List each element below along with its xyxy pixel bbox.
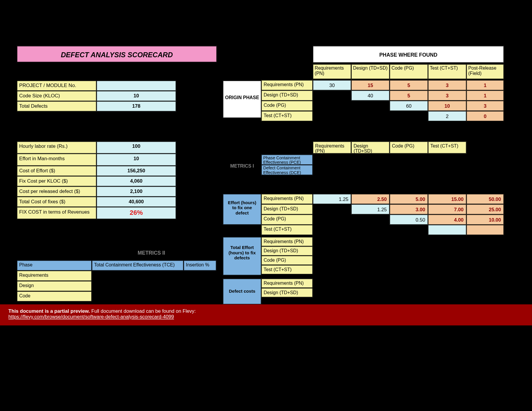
row-label: Requirements (PN) <box>261 80 313 90</box>
effort-cell <box>466 225 504 235</box>
effort-cell: 5.00 <box>389 194 428 204</box>
effort-header: Effort (hours) to fix one defect <box>223 194 261 225</box>
origin-cell: 1 <box>466 90 504 101</box>
kloc-value: 10 <box>96 91 176 101</box>
defect-costs-header: Defect costs <box>223 279 261 304</box>
m2-tce-header: Total Containment Effectiveness (TCE) <box>92 260 184 271</box>
effort-cell: 3.00 <box>389 204 428 214</box>
m2-row: Requirements <box>17 271 92 281</box>
notice-link[interactable]: https://flevy.com/browse/document/softwa… <box>9 314 174 319</box>
m1-col: Requirements (PN) <box>313 141 351 153</box>
effort-cell: 7.00 <box>428 204 466 214</box>
row-label: Test (CT+ST) <box>261 225 313 235</box>
origin-cell: 1 <box>466 80 504 90</box>
total-cost-label: Total Cost of fixes ($) <box>17 197 96 207</box>
fix-kloc-value: 4,060 <box>96 176 176 186</box>
rate-label: Hourly labor rate (Rs.) <box>17 141 96 153</box>
origin-phase-header: ORIGIN PHASE <box>223 81 261 118</box>
preview-notice: This document is a partial preview. Full… <box>0 304 532 325</box>
metrics-i-header: METRICS I <box>223 159 261 179</box>
total-effort-header: Total Effort (hours) to fix defects <box>223 237 261 275</box>
page-title: DEFECT ANALYSIS SCORECARD <box>17 46 217 63</box>
defects-label: Total Defects <box>17 101 96 112</box>
effort-value: 10 <box>96 154 176 166</box>
effort-cell: 4.00 <box>428 214 466 225</box>
origin-cell: 30 <box>313 80 351 90</box>
origin-cell: 3 <box>428 90 466 101</box>
project-value <box>96 81 176 91</box>
effort-label: Effort in Man-months <box>17 154 96 166</box>
origin-cell: 0 <box>466 111 504 121</box>
phase-where-found-header: PHASE WHERE FOUND <box>313 46 504 63</box>
cost-effort-value: 156,250 <box>96 166 176 176</box>
origin-cell: 40 <box>351 90 389 101</box>
effort-cell: 2.50 <box>351 194 389 204</box>
effort-cell <box>428 225 466 235</box>
origin-cell: 3 <box>466 101 504 111</box>
origin-cell: 15 <box>351 80 389 90</box>
total-cost-value: 40,600 <box>96 197 176 207</box>
rate-value: 100 <box>96 141 176 153</box>
origin-cell: 10 <box>428 101 466 111</box>
origin-cell: 3 <box>428 80 466 90</box>
origin-cell: 2 <box>428 111 466 121</box>
row-label: Design (TD+SD) <box>261 246 313 256</box>
m2-phase-header: Phase <box>17 260 92 271</box>
m1-col: Code (PG) <box>389 141 428 153</box>
effort-cell: 1.25 <box>351 204 389 214</box>
origin-cell: 60 <box>389 101 428 111</box>
m1-col: Design (TD+SD) <box>351 141 389 153</box>
effort-cell: 50.00 <box>466 194 504 204</box>
m2-row: Design <box>17 281 92 291</box>
m1-row: Defect Containment Effectiveness (DCE) <box>261 165 313 175</box>
row-label: Test (CT+ST) <box>261 111 313 121</box>
row-label: Design (TD+SD) <box>261 204 313 214</box>
effort-cell: 15.00 <box>428 194 466 204</box>
row-label: Test (CT+ST) <box>261 265 313 274</box>
cost-released-label: Cost per released defect ($) <box>17 186 96 197</box>
cost-released-value: 2,100 <box>96 186 176 197</box>
cost-effort-label: Cost of Effort ($) <box>17 166 96 176</box>
notice-bold: This document is a partial preview. <box>9 308 90 314</box>
defects-value: 178 <box>96 101 176 112</box>
col-header: Code (PG) <box>389 64 428 79</box>
col-header: Requirements (PN) <box>313 64 351 79</box>
row-label: Design (TD+SD) <box>261 288 313 297</box>
col-header: Design (TD+SD) <box>351 64 389 79</box>
origin-cell: 5 <box>389 90 428 101</box>
row-label: Requirements (PN) <box>261 279 313 288</box>
effort-cell: 10.00 <box>466 214 504 225</box>
m1-col: Test (CT+ST) <box>428 141 466 153</box>
row-label: Code (PG) <box>261 256 313 265</box>
fix-revenue-value: 26% <box>96 207 176 219</box>
effort-cell: 1.25 <box>313 194 351 204</box>
metrics-ii-header: METRICS II <box>138 250 165 256</box>
project-label: PROJECT / MODULE No. <box>17 81 96 91</box>
row-label: Design (TD+SD) <box>261 90 313 101</box>
effort-cell: 25.00 <box>466 204 504 214</box>
m2-ins-header: Insertion % <box>184 260 216 271</box>
effort-cell: 0.50 <box>389 214 428 225</box>
row-label: Requirements (PN) <box>261 194 313 204</box>
kloc-label: Code Size (KLOC) <box>17 91 96 101</box>
row-label: Code (PG) <box>261 214 313 225</box>
origin-cell: 5 <box>389 80 428 90</box>
m2-row: Code <box>17 291 92 302</box>
row-label: Requirements (PN) <box>261 237 313 246</box>
m1-row: Phase Containment Effectiveness (PCE) <box>261 155 313 165</box>
row-label: Code (PG) <box>261 101 313 111</box>
notice-rest: Full document download can be found on F… <box>90 308 196 314</box>
col-header: Test (CT+ST) <box>428 64 466 79</box>
fix-kloc-label: Fix Cost per KLOC ($) <box>17 176 96 186</box>
col-header: Post-Release (Field) <box>466 64 504 79</box>
fix-revenue-label: FIX COST in terms of Revenues <box>17 207 96 219</box>
